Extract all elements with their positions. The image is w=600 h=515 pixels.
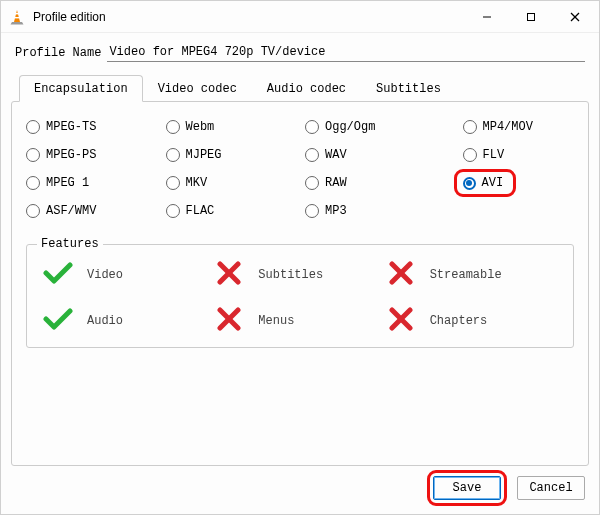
maximize-button[interactable]: [509, 2, 553, 32]
radio-label: MPEG-PS: [46, 148, 96, 162]
radio-icon: [26, 120, 40, 134]
feature-audio: Audio: [43, 307, 214, 335]
feature-subtitles: Subtitles: [214, 261, 385, 289]
radio-label: FLAC: [186, 204, 215, 218]
radio-icon: [26, 148, 40, 162]
format-radio-avi[interactable]: AVI: [463, 176, 504, 190]
svg-rect-5: [528, 13, 535, 20]
tab-body-encapsulation: MPEG-TSWebmOgg/OgmMP4/MOVMPEG-PSMJPEGWAV…: [11, 101, 589, 466]
tab-video-codec[interactable]: Video codec: [143, 75, 252, 102]
format-radio-wav[interactable]: WAV: [305, 148, 435, 162]
svg-rect-2: [15, 17, 20, 18]
svg-marker-3: [11, 22, 24, 25]
radio-icon: [305, 176, 319, 190]
cross-icon: [214, 307, 244, 335]
radio-label: MKV: [186, 176, 208, 190]
feature-streamable: Streamable: [386, 261, 557, 289]
radio-icon: [26, 204, 40, 218]
feature-label: Audio: [87, 314, 123, 328]
format-radio-raw[interactable]: RAW: [305, 176, 435, 190]
radio-icon: [463, 120, 477, 134]
radio-label: Ogg/Ogm: [325, 120, 375, 134]
feature-video: Video: [43, 261, 214, 289]
tab-audio-codec[interactable]: Audio codec: [252, 75, 361, 102]
format-radio-mpeg-1[interactable]: MPEG 1: [26, 176, 156, 190]
feature-label: Chapters: [430, 314, 488, 328]
window-controls: [465, 2, 597, 32]
window-title: Profile edition: [33, 10, 465, 24]
radio-icon: [463, 177, 476, 190]
dialog-footer: Save Cancel: [1, 466, 599, 514]
radio-label: WAV: [325, 148, 347, 162]
radio-icon: [166, 148, 180, 162]
format-radio-mjpeg[interactable]: MJPEG: [166, 148, 296, 162]
format-radio-mp4-mov[interactable]: MP4/MOV: [445, 120, 575, 134]
cancel-button[interactable]: Cancel: [517, 476, 585, 500]
radio-icon: [26, 176, 40, 190]
format-radio-mkv[interactable]: MKV: [166, 176, 296, 190]
profile-name-label: Profile Name: [15, 46, 101, 60]
format-radio-mpeg-ts[interactable]: MPEG-TS: [26, 120, 156, 134]
radio-icon: [305, 204, 319, 218]
feature-label: Menus: [258, 314, 294, 328]
svg-rect-1: [15, 13, 19, 14]
radio-label: MP3: [325, 204, 347, 218]
save-button-highlight: Save: [427, 470, 507, 506]
radio-label: FLV: [483, 148, 505, 162]
radio-icon: [166, 204, 180, 218]
format-cell: AVI: [445, 176, 575, 190]
profile-name-row: Profile Name: [1, 33, 599, 68]
radio-icon: [305, 120, 319, 134]
feature-label: Video: [87, 268, 123, 282]
feature-chapters: Chapters: [386, 307, 557, 335]
tab-label: Video codec: [158, 82, 237, 96]
profile-name-input[interactable]: [107, 43, 585, 62]
radio-icon: [463, 148, 477, 162]
format-radio-ogg-ogm[interactable]: Ogg/Ogm: [305, 120, 435, 134]
tab-encapsulation[interactable]: Encapsulation: [19, 75, 143, 102]
tabs-container: Encapsulation Video codec Audio codec Su…: [1, 68, 599, 466]
radio-icon: [166, 120, 180, 134]
feature-label: Subtitles: [258, 268, 323, 282]
radio-label: MP4/MOV: [483, 120, 533, 134]
features-legend: Features: [37, 237, 103, 251]
close-button[interactable]: [553, 2, 597, 32]
format-radio-mpeg-ps[interactable]: MPEG-PS: [26, 148, 156, 162]
tab-subtitles[interactable]: Subtitles: [361, 75, 456, 102]
check-icon: [43, 307, 73, 335]
format-radio-flac[interactable]: FLAC: [166, 204, 296, 218]
window: Profile edition Profile Name Encapsulati…: [0, 0, 600, 515]
tab-label: Subtitles: [376, 82, 441, 96]
feature-label: Streamable: [430, 268, 502, 282]
radio-label: MPEG 1: [46, 176, 89, 190]
format-radio-mp3[interactable]: MP3: [305, 204, 435, 218]
radio-label: MPEG-TS: [46, 120, 96, 134]
svg-marker-0: [14, 10, 20, 22]
cross-icon: [386, 261, 416, 289]
radio-label: RAW: [325, 176, 347, 190]
format-highlight: AVI: [454, 169, 517, 197]
tab-headers: Encapsulation Video codec Audio codec Su…: [11, 74, 589, 101]
vlc-cone-icon: [9, 9, 25, 25]
features-grid: VideoSubtitlesStreamableAudioMenusChapte…: [43, 261, 557, 335]
radio-label: MJPEG: [186, 148, 222, 162]
format-radio-asf-wmv[interactable]: ASF/WMV: [26, 204, 156, 218]
cross-icon: [214, 261, 244, 289]
cross-icon: [386, 307, 416, 335]
check-icon: [43, 261, 73, 289]
minimize-button[interactable]: [465, 2, 509, 32]
radio-icon: [305, 148, 319, 162]
radio-label: ASF/WMV: [46, 204, 96, 218]
radio-icon: [166, 176, 180, 190]
button-label: Save: [453, 481, 482, 495]
tab-label: Encapsulation: [34, 82, 128, 96]
format-radio-webm[interactable]: Webm: [166, 120, 296, 134]
titlebar: Profile edition: [1, 1, 599, 33]
save-button[interactable]: Save: [433, 476, 501, 500]
features-group: Features VideoSubtitlesStreamableAudioMe…: [26, 244, 574, 348]
radio-label: AVI: [482, 176, 504, 190]
encapsulation-format-grid: MPEG-TSWebmOgg/OgmMP4/MOVMPEG-PSMJPEGWAV…: [26, 120, 574, 218]
feature-menus: Menus: [214, 307, 385, 335]
tab-label: Audio codec: [267, 82, 346, 96]
format-radio-flv[interactable]: FLV: [445, 148, 575, 162]
